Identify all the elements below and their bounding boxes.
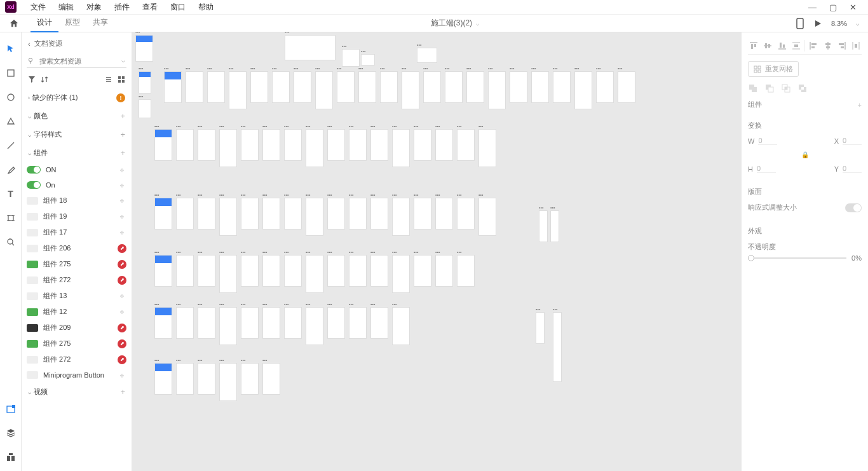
artboard[interactable] [392,307,410,345]
artboard[interactable] [294,71,311,103]
union-icon[interactable] [748,83,758,93]
select-tool[interactable] [4,43,17,55]
artboard[interactable] [262,255,280,287]
zoom-tool[interactable] [4,236,17,249]
add-icon[interactable]: + [120,111,125,121]
artboard[interactable] [219,307,237,345]
intersect-icon[interactable] [781,83,791,93]
search-dropdown-icon[interactable]: ⌵ [121,57,125,64]
breadcrumb-back[interactable]: ‹ 文档资源 [22,32,132,52]
artboard[interactable] [553,71,571,103]
artboard[interactable] [241,198,259,229]
artboard[interactable] [435,129,453,161]
artboard[interactable] [392,129,410,167]
width-field[interactable]: 0 [758,137,777,145]
component-item[interactable]: 组件 272⬈ [22,272,132,288]
filter-icon[interactable] [28,76,36,83]
window-maximize-button[interactable]: ▢ [823,3,843,12]
add-icon[interactable]: + [120,148,125,158]
artboard[interactable] [536,312,545,344]
component-item[interactable]: Miniprogram Button⎆ [22,367,132,383]
artboard[interactable] [361,54,375,65]
artboard[interactable] [488,71,506,109]
device-preview-icon[interactable] [796,18,804,29]
artboard[interactable] [435,255,453,287]
component-item[interactable]: 组件 12⎆ [22,304,132,320]
menu-file[interactable]: 文件 [24,2,52,13]
align-bottom-icon[interactable] [776,40,788,51]
artboard[interactable] [241,363,259,395]
tab-design[interactable]: 设计 [31,15,58,32]
artboard[interactable] [154,198,172,229]
artboard[interactable] [284,255,302,287]
artboard[interactable] [358,71,376,103]
y-field[interactable]: 0 [843,165,862,173]
libraries-icon[interactable] [4,402,17,415]
artboard[interactable] [414,255,431,287]
artboard[interactable] [262,307,280,339]
component-item[interactable]: On⎆ [22,177,132,193]
section-components[interactable]: ⌵ 组件 + [22,144,132,162]
component-item[interactable]: 组件 275⬈ [22,336,132,352]
artboard[interactable] [306,129,323,167]
document-dropdown-icon[interactable]: ⌵ [476,20,479,27]
artboard[interactable] [198,129,215,161]
artboard[interactable] [553,312,562,382]
rectangle-tool[interactable] [4,67,17,79]
artboard[interactable] [207,71,225,103]
artboard[interactable] [284,307,302,339]
grid-view-icon[interactable] [118,76,125,83]
home-icon[interactable] [9,18,19,29]
artboard[interactable] [154,129,172,161]
menu-window[interactable]: 窗口 [164,2,192,13]
artboard[interactable] [337,71,355,103]
component-item[interactable]: 组件 17⎆ [22,224,132,240]
artboard[interactable] [176,129,194,161]
component-item[interactable]: 组件 272⬈ [22,352,132,367]
artboard[interactable] [219,255,237,293]
artboard[interactable] [241,307,259,339]
artboard[interactable] [349,129,367,161]
align-right-icon[interactable] [836,40,848,51]
layers-icon[interactable] [4,427,17,439]
artboard[interactable] [219,363,237,401]
artboard[interactable] [284,129,302,161]
opacity-slider[interactable] [748,257,846,259]
artboard[interactable] [139,99,151,118]
search-input[interactable] [27,55,126,68]
artboard-tool[interactable] [4,212,17,224]
exclude-icon[interactable] [797,83,808,93]
artboard[interactable] [154,307,172,339]
section-missing-fonts[interactable]: › 缺少的字体 (1) ! [22,88,132,107]
window-close-button[interactable]: ✕ [843,3,863,12]
window-minimize-button[interactable]: — [802,3,823,12]
repeat-grid-button[interactable]: 重复网格 [748,61,799,77]
canvas[interactable]: ••••••••••••••••••••••••••••••••••••••••… [132,32,741,471]
play-icon[interactable] [813,19,822,28]
artboard[interactable] [154,255,172,287]
list-view-icon[interactable] [105,76,112,83]
artboard[interactable] [435,198,453,229]
artboard[interactable] [176,198,194,229]
menu-plugins[interactable]: 插件 [108,2,136,13]
artboard[interactable] [306,307,323,345]
artboard[interactable] [327,129,345,161]
artboard[interactable] [229,71,247,109]
text-tool[interactable]: T [4,188,17,200]
artboard[interactable] [139,71,151,93]
artboard[interactable] [478,198,496,236]
artboard[interactable] [198,255,215,287]
menu-help[interactable]: 帮助 [192,2,220,13]
height-field[interactable]: 0 [757,165,776,173]
artboard[interactable] [219,129,237,167]
artboard[interactable] [370,129,388,161]
artboard[interactable] [327,307,345,339]
menu-object[interactable]: 对象 [80,2,108,13]
artboard[interactable] [370,255,388,287]
tab-share[interactable]: 共享 [86,15,114,32]
artboard[interactable] [349,198,367,229]
artboard[interactable] [176,307,194,339]
zoom-value[interactable]: 8.3% [831,20,847,27]
section-color[interactable]: ⌵ 颜色 + [22,107,132,125]
artboard[interactable] [478,129,496,167]
